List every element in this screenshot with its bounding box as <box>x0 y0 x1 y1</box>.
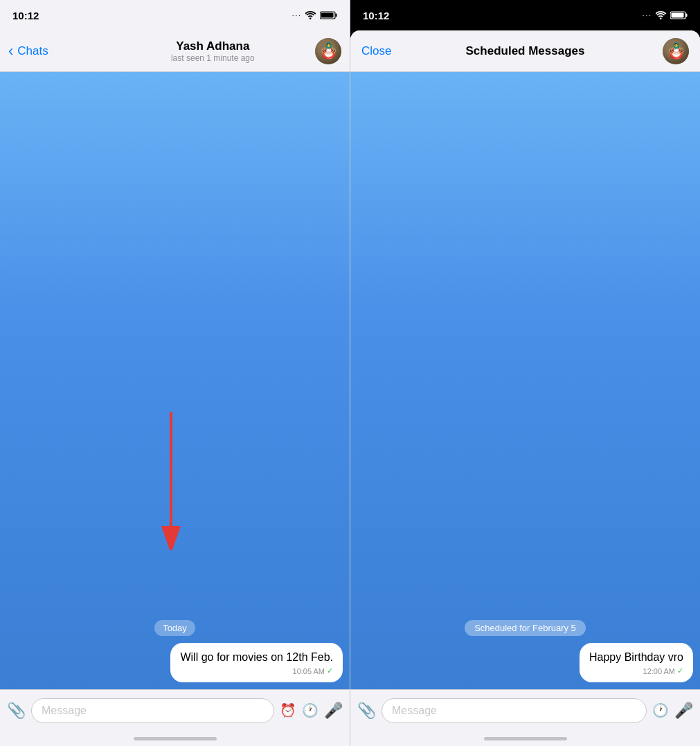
right-input-bar: 📎 Message 🕐 🎤 <box>350 689 700 731</box>
left-input-placeholder: Message <box>42 704 87 717</box>
left-message-row: Will go for movies on 12th Feb. 10:05 AM… <box>0 643 350 682</box>
right-time-text: 12:00 AM <box>643 667 675 675</box>
left-header-center: Yash Adhana last seen 1 minute ago <box>111 39 315 63</box>
left-signal-dots-icon: ··· <box>292 12 302 19</box>
left-battery-icon <box>320 11 337 19</box>
left-home-bar <box>134 737 217 740</box>
right-scheduled-header: Close Scheduled Messages 🪆 <box>350 30 700 72</box>
svg-rect-1 <box>336 14 337 17</box>
left-attachment-icon[interactable]: 📎 <box>7 702 26 720</box>
right-status-time: 10:12 <box>363 10 389 21</box>
right-bubble-time: 12:00 AM ✓ <box>589 666 683 675</box>
left-chat-area: Today Will go for movies on 12th Feb. 10… <box>0 72 350 689</box>
right-message-row: Happy Birthday vro 12:00 AM ✓ <box>350 643 700 682</box>
right-chat-area: Scheduled for February 5 Happy Birthday … <box>350 72 700 689</box>
left-timer-icon[interactable]: 🕐 <box>302 702 318 718</box>
right-phone: 10:12 ··· Close Scheduled Messages 🪆 <box>350 0 700 746</box>
left-time-text: 10:05 AM <box>293 667 325 675</box>
left-input-right-icons: ⏰ 🕐 🎤 <box>280 702 343 720</box>
back-label[interactable]: Chats <box>17 44 48 58</box>
left-input-bar: 📎 Message ⏰ 🕐 🎤 <box>0 689 350 731</box>
left-message-input[interactable]: Message <box>31 698 274 723</box>
right-attachment-icon[interactable]: 📎 <box>357 702 376 720</box>
left-chat-header: ‹ Chats Yash Adhana last seen 1 minute a… <box>0 30 350 72</box>
right-battery-icon <box>670 11 688 19</box>
left-schedule-icon[interactable]: ⏰ <box>280 702 296 718</box>
right-status-bar: 10:12 ··· <box>350 0 700 30</box>
left-avatar[interactable]: 🪆 <box>315 38 341 64</box>
right-avatar[interactable]: 🪆 <box>663 38 689 64</box>
right-wifi-icon <box>656 11 667 19</box>
right-avatar-image: 🪆 <box>663 38 689 64</box>
left-header-left: ‹ Chats <box>8 42 111 60</box>
left-date-badge: Today <box>0 620 350 636</box>
right-date-badge-text: Scheduled for February 5 <box>465 620 586 636</box>
right-bubble-text: Happy Birthday vro <box>589 651 683 663</box>
close-button[interactable]: Close <box>361 44 443 58</box>
contact-status: last seen 1 minute ago <box>171 53 255 63</box>
right-message-input[interactable]: Message <box>382 698 647 723</box>
left-date-badge-text: Today <box>154 620 195 636</box>
left-bubble-text: Will go for movies on 12th Feb. <box>180 651 333 663</box>
right-message-bubble: Happy Birthday vro 12:00 AM ✓ <box>580 643 693 682</box>
right-input-placeholder: Message <box>392 704 437 717</box>
left-status-time: 10:12 <box>12 10 39 21</box>
red-arrow-annotation <box>150 412 192 553</box>
left-avatar-image: 🪆 <box>315 38 341 64</box>
left-status-bar: 10:12 ··· <box>0 0 350 30</box>
right-input-right-icons: 🕐 🎤 <box>652 702 693 720</box>
right-signal-dots-icon: ··· <box>643 12 652 19</box>
right-home-bar <box>484 737 567 740</box>
svg-rect-7 <box>672 13 684 18</box>
scheduled-title: Scheduled Messages <box>443 44 607 58</box>
right-date-badge: Scheduled for February 5 <box>350 620 700 636</box>
svg-rect-6 <box>686 14 688 17</box>
left-bubble-time: 10:05 AM ✓ <box>180 666 333 675</box>
left-phone: 10:12 ··· ‹ Chats Yash Adhana last seen … <box>0 0 350 746</box>
left-check-icon: ✓ <box>327 666 333 675</box>
right-home-indicator <box>350 731 700 746</box>
right-check-icon: ✓ <box>677 666 683 675</box>
right-clock-icon[interactable]: 🕐 <box>652 702 669 718</box>
right-status-icons: ··· <box>643 11 688 19</box>
left-mic-icon[interactable]: 🎤 <box>324 702 343 720</box>
left-home-indicator <box>0 731 350 746</box>
svg-rect-2 <box>321 13 334 18</box>
left-status-icons: ··· <box>292 11 337 19</box>
left-wifi-icon <box>305 11 316 19</box>
contact-name: Yash Adhana <box>176 39 249 53</box>
left-message-bubble: Will go for movies on 12th Feb. 10:05 AM… <box>170 643 343 682</box>
back-arrow-icon[interactable]: ‹ <box>8 42 13 60</box>
right-header-right: 🪆 <box>607 38 689 64</box>
right-mic-icon[interactable]: 🎤 <box>674 702 693 720</box>
